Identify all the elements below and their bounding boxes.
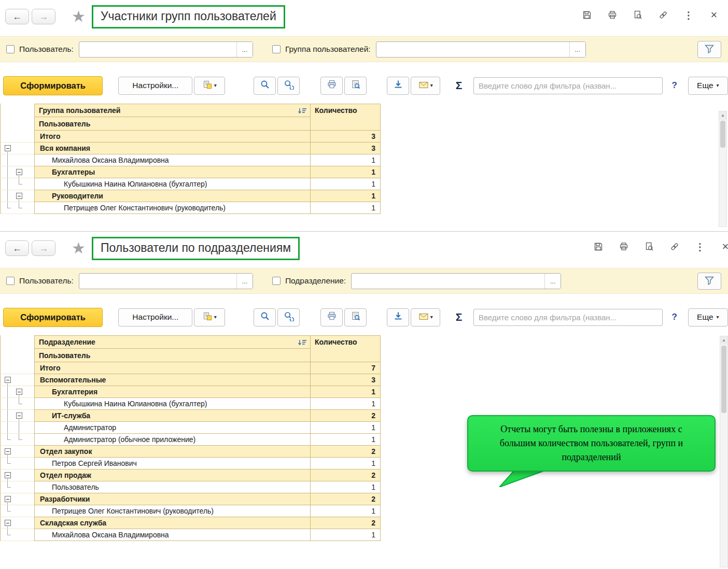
filter-2-checkbox[interactable] [272,45,281,53]
filter-2-browse-button[interactable]: ... [544,274,561,289]
filter-2-checkbox[interactable] [272,277,281,285]
print-preview-button[interactable] [344,308,367,326]
row-count[interactable]: 1 [311,166,381,178]
main-column-header[interactable]: Группа пользователей [34,104,311,117]
row-count[interactable]: 1 [311,386,381,398]
search-button[interactable] [254,77,276,95]
scroll-up-icon[interactable]: ▲ [720,336,727,345]
favorite-star-icon[interactable]: ★ [72,240,86,256]
row-count[interactable]: 1 [311,398,381,410]
row-label[interactable]: Итого [34,131,311,143]
row-label[interactable]: Администратор (обычное приложение) [34,434,311,446]
row-count[interactable]: 1 [311,505,381,517]
row-label[interactable]: Вся компания [34,143,311,154]
row-count[interactable]: 1 [311,202,381,214]
quick-filter-input[interactable] [473,77,663,94]
collapse-group-button[interactable] [5,145,11,151]
row-label[interactable]: Кубышкина Наина Юлиановна (бухгалтер) [34,398,311,410]
save-icon[interactable] [593,241,604,252]
row-label[interactable]: Администратор [34,422,311,434]
collapse-group-button[interactable] [16,389,22,395]
more-menu-icon[interactable]: ⋮ [683,9,694,21]
scroll-up-icon[interactable]: ▲ [719,111,726,120]
scrollbar-thumb[interactable] [720,121,725,148]
row-label[interactable]: Руководители [34,190,311,202]
forward-button[interactable]: → [32,9,55,24]
favorite-star-icon[interactable]: ★ [72,9,86,24]
search-button[interactable] [254,308,276,326]
quick-filter-input[interactable] [473,309,663,326]
scrollbar-thumb[interactable] [721,346,726,413]
link-icon[interactable] [669,241,680,252]
vertical-scrollbar[interactable]: ▲ [719,111,727,227]
row-count[interactable]: 1 [311,154,381,166]
collapse-group-button[interactable] [5,520,11,526]
row-label[interactable]: Петрищев Олег Константинович (руководите… [34,505,311,517]
row-label[interactable]: Отдел закупок [34,446,311,458]
row-count[interactable]: 1 [311,458,381,470]
row-count[interactable]: 1 [311,422,381,434]
link-icon[interactable] [657,9,669,21]
preview-icon[interactable] [632,9,643,21]
preview-icon[interactable] [643,241,655,252]
row-label[interactable]: Бухгалтерия [34,386,311,398]
row-label[interactable]: Михайлова Оксана Владимировна [34,529,311,541]
help-button[interactable]: ? [668,80,681,91]
row-label[interactable]: Вспомогательные [34,374,311,386]
count-column-header[interactable]: Количество [311,104,381,131]
settings-button[interactable]: Настройки... [118,77,192,95]
sub-column-header[interactable]: Пользователь [34,349,311,362]
print-icon[interactable] [618,241,629,252]
row-label[interactable]: Кубышкина Наина Юлиановна (бухгалтер) [34,178,311,190]
row-count[interactable]: 3 [311,143,381,154]
row-count[interactable]: 1 [311,190,381,202]
more-actions-button[interactable]: Еще ▾ [688,77,728,95]
print-icon[interactable] [607,9,618,21]
print-button[interactable] [320,77,343,95]
filter-1-input[interactable] [79,42,236,57]
collapse-group-button[interactable] [16,412,22,419]
count-column-header[interactable]: Количество [311,335,381,362]
row-label[interactable]: Итого [34,362,311,374]
save-icon[interactable] [581,9,593,21]
filter-2-input[interactable] [376,42,569,57]
row-label[interactable]: Петров Сергей Иванович [34,458,311,470]
row-count[interactable]: 2 [311,410,381,422]
collapse-group-button[interactable] [5,377,11,383]
search-next-button[interactable] [277,77,300,95]
row-label[interactable]: Михайлова Оксана Владимировна [34,154,311,166]
row-count[interactable]: 1 [311,481,381,493]
collapse-group-button[interactable] [5,448,11,454]
row-label[interactable]: Бухгалтеры [34,166,311,178]
settings-variants-button[interactable]: ▾ [194,308,225,326]
row-count[interactable]: 1 [311,178,381,190]
send-mail-button[interactable]: ▾ [411,308,440,326]
generate-button[interactable]: Сформировать [3,76,103,95]
sub-column-header[interactable]: Пользователь [34,117,311,131]
collapse-group-button[interactable] [16,193,22,199]
print-button[interactable] [320,308,343,326]
main-column-header[interactable]: Подразделение [34,335,311,349]
collapse-group-button[interactable] [5,496,11,502]
save-file-button[interactable] [387,77,409,95]
filter-2-browse-button[interactable]: ... [569,42,585,57]
row-label[interactable]: Пользователь [34,481,311,493]
generate-button[interactable]: Сформировать [3,308,103,327]
more-actions-button[interactable]: Еще ▾ [688,308,728,326]
filter-funnel-button[interactable] [697,41,721,58]
sort-descending-icon[interactable] [297,339,307,347]
row-label[interactable]: ИТ-служба [34,410,311,422]
save-file-button[interactable] [387,308,409,326]
settings-variants-button[interactable]: ▾ [194,77,225,95]
row-count[interactable]: 1 [311,529,381,541]
close-icon[interactable]: × [708,9,720,21]
row-count[interactable]: 7 [311,362,381,374]
row-count[interactable]: 3 [311,374,381,386]
row-count[interactable]: 2 [311,517,381,529]
row-label[interactable]: Складская служба [34,517,311,529]
vertical-scrollbar[interactable]: ▲ [720,336,728,567]
sum-button[interactable]: Σ [451,311,467,323]
forward-button[interactable]: → [32,240,55,256]
close-icon[interactable]: × [720,241,728,252]
row-count[interactable]: 2 [311,493,381,505]
